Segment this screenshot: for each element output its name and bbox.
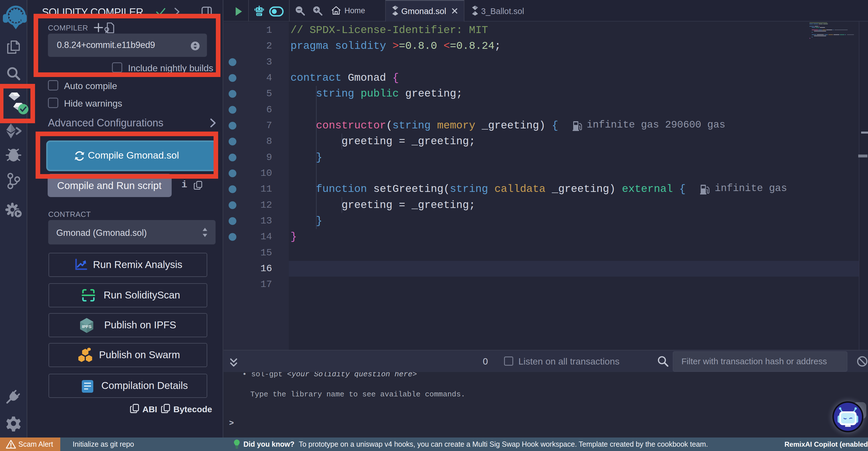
svg-text:IPFS: IPFS (82, 324, 91, 329)
